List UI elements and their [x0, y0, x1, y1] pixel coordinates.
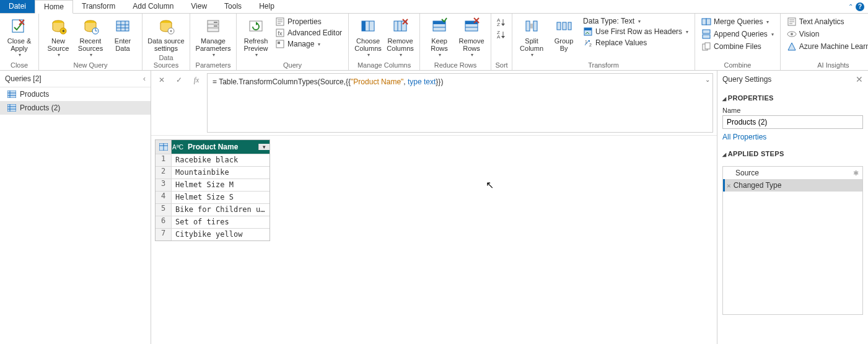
column-header[interactable]: Product Name [184, 143, 258, 151]
advanced-editor-button[interactable]: fxAdvanced Editor [273, 27, 344, 38]
group-ai-label: AI Insights [784, 61, 868, 70]
table-row[interactable]: 3Helmet Size M [156, 179, 270, 191]
table-row[interactable]: 6Set of tires [156, 216, 270, 228]
data-source-settings-button[interactable]: Data source settings [146, 15, 186, 52]
cell[interactable]: Citybike yellow [172, 229, 270, 240]
formula-fx-button[interactable]: fx [190, 73, 203, 87]
svg-rect-74 [705, 43, 710, 49]
tab-help[interactable]: Help [250, 0, 283, 13]
cell[interactable]: Helmet Size M [172, 179, 270, 191]
group-by-button[interactable]: Group By [548, 15, 579, 52]
vision-button[interactable]: Vision [784, 29, 822, 40]
properties-heading[interactable]: PROPERTIES [722, 90, 863, 105]
cell[interactable]: Bike for Children up… [172, 204, 270, 216]
collapse-queries-icon[interactable]: ‹ [143, 74, 146, 83]
cell[interactable]: Set of tires [172, 216, 270, 228]
manage-parameters-button[interactable]: Manage Parameters [194, 15, 232, 58]
combine-files-icon [701, 42, 711, 51]
svg-rect-62 [563, 22, 566, 30]
cell[interactable]: Mountainbike [172, 167, 270, 179]
text-analytics-button[interactable]: Text Analytics [784, 16, 847, 27]
replace-values-button[interactable]: 12Replace Values [581, 37, 691, 48]
delete-step-icon[interactable]: ✕ [727, 182, 731, 190]
formula-expand-icon[interactable]: ⌄ [705, 76, 710, 83]
split-column-button[interactable]: Split Column [516, 15, 547, 58]
manage-query-button[interactable]: Manage [273, 38, 344, 50]
sort-desc-button[interactable]: ZA [495, 30, 506, 38]
column-filter-icon[interactable]: ▾ [258, 144, 270, 150]
settings-title: Query Settings [722, 75, 856, 84]
query-name-input[interactable] [722, 115, 863, 129]
row-number: 5 [156, 204, 172, 216]
tab-tools[interactable]: Tools [216, 0, 250, 13]
refresh-preview-button[interactable]: Refresh Preview [240, 15, 271, 58]
svg-rect-86 [7, 104, 16, 112]
table-icon [7, 90, 16, 98]
merge-queries-icon [701, 17, 711, 27]
combine-files-button[interactable]: Combine Files [699, 41, 764, 52]
recent-sources-button[interactable]: Recent Sources [75, 15, 106, 58]
close-settings-icon[interactable]: ✕ [856, 74, 863, 84]
manage-parameters-icon [203, 16, 223, 36]
append-queries-button[interactable]: Append Queries [699, 29, 776, 40]
data-grid[interactable]: AᴮC Product Name ▾ 1Racebike black2Mount… [155, 139, 270, 241]
step-changed-type[interactable]: ✕ Changed Type [723, 179, 862, 192]
azure-ml-button[interactable]: Azure Machine Learning [784, 41, 868, 52]
merge-queries-button[interactable]: Merge Queries [699, 16, 771, 27]
sort-asc-button[interactable]: AZ [495, 17, 506, 26]
tab-home[interactable]: Home [35, 0, 73, 14]
name-label: Name [722, 105, 863, 115]
tab-transform[interactable]: Transform [73, 0, 124, 13]
svg-rect-21 [214, 22, 217, 23]
svg-rect-69 [702, 19, 706, 25]
svg-rect-10 [116, 21, 129, 31]
choose-columns-button[interactable]: Choose Columns [353, 15, 384, 58]
remove-columns-button[interactable]: Remove Columns [385, 15, 416, 58]
svg-rect-34 [362, 21, 366, 31]
properties-button[interactable]: Properties [273, 16, 344, 27]
help-icon[interactable]: ? [856, 2, 864, 11]
remove-rows-button[interactable]: Remove Rows [456, 15, 487, 58]
close-apply-icon [9, 16, 29, 36]
group-reducerows-label: Reduce Rows [424, 61, 487, 70]
table-row[interactable]: 2Mountainbike [156, 166, 270, 179]
close-apply-button[interactable]: Close & Apply [4, 15, 35, 58]
table-row[interactable]: 5Bike for Children up… [156, 203, 270, 216]
tab-add-column[interactable]: Add Column [124, 0, 182, 13]
table-row[interactable]: 7Citybike yellow [156, 228, 270, 240]
keep-rows-icon [429, 16, 449, 36]
formula-commit-button[interactable]: ✓ [172, 73, 186, 87]
svg-text:✶: ✶ [61, 29, 66, 34]
query-item-products-2[interactable]: Products (2) [0, 101, 151, 115]
ribbon-collapse-icon[interactable]: ⌃ [848, 3, 853, 10]
applied-steps-heading[interactable]: APPLIED STEPS [722, 146, 863, 161]
group-close-label: Close [4, 61, 35, 70]
table-row[interactable]: 4Helmet Size S [156, 191, 270, 203]
column-type-icon[interactable]: AᴮC [172, 144, 184, 151]
enter-data-button[interactable]: Enter Data [107, 15, 138, 52]
enter-data-icon [113, 16, 133, 36]
cell[interactable]: Helmet Size S [172, 192, 270, 203]
svg-marker-81 [788, 43, 796, 50]
svg-rect-61 [557, 22, 561, 30]
grid-select-all[interactable] [156, 140, 172, 154]
query-item-label: Products [20, 90, 49, 99]
tab-datei[interactable]: Datei [0, 0, 35, 13]
table-row[interactable]: 1Racebike black [156, 154, 270, 166]
step-source[interactable]: Source ✱ [723, 167, 862, 179]
replace-values-icon: 12 [583, 38, 593, 48]
queries-pane: Queries [2] ‹ Products Products (2) [0, 71, 151, 344]
all-properties-link[interactable]: All Properties [722, 129, 863, 141]
formula-bar[interactable]: = Table.TransformColumnTypes(Source,{{"P… [207, 73, 713, 133]
first-row-headers-button[interactable]: Use First Row as Headers [581, 26, 691, 37]
keep-rows-button[interactable]: Keep Rows [424, 15, 455, 58]
group-combine-label: Combine [699, 61, 776, 70]
cell[interactable]: Racebike black [172, 154, 270, 166]
new-source-button[interactable]: ✶ New Source [43, 15, 74, 58]
tab-view[interactable]: View [182, 0, 216, 13]
query-item-products[interactable]: Products [0, 87, 151, 101]
formula-cancel-button[interactable]: ✕ [155, 73, 169, 87]
gear-icon[interactable]: ✱ [853, 169, 859, 177]
recent-sources-icon [81, 16, 100, 36]
data-type-button[interactable]: Data Type: Text [581, 16, 691, 26]
